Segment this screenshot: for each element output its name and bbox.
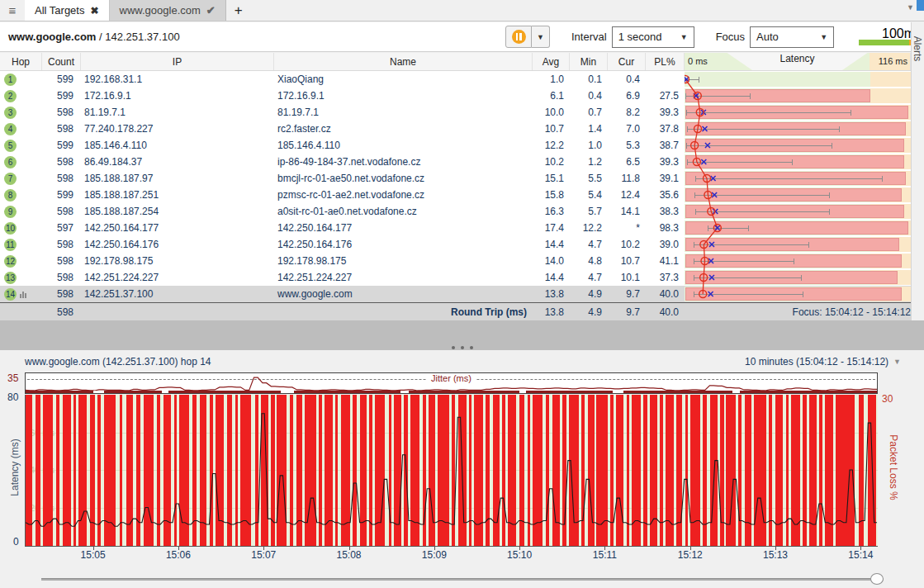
hop-row-13[interactable]: 13598142.251.224.227142.251.224.22714.44… [0, 269, 911, 286]
count-cell: 598 [42, 236, 81, 253]
interval-select[interactable]: 1 second ▼ [612, 26, 694, 48]
hop-row-5[interactable]: 5599185.146.4.110185.146.4.11012.21.05.3… [0, 137, 911, 154]
chevron-down-icon[interactable]: ▼ [907, 3, 914, 12]
hop-table: Hop Count IP Name Avg Min Cur PL% 0 ms L… [0, 53, 911, 320]
hop-row-7[interactable]: 7598185.188.187.97bmcjl-rc-01-ae50.net.v… [0, 170, 911, 187]
col-header-pl[interactable]: PL% [646, 53, 685, 70]
col-header-count[interactable]: Count [42, 53, 81, 70]
new-tab-button[interactable]: + [226, 0, 251, 21]
tab-bar: ≡ All Targets ✖ www.google.com ✔ + ▼ [0, 0, 924, 21]
min-max-whisker [685, 96, 751, 97]
pause-button[interactable] [505, 26, 532, 48]
pl-cell: 98.3 [646, 220, 685, 236]
hop-cell: 1 [0, 71, 42, 88]
avg-cell: 12.2 [533, 137, 570, 154]
col-header-name[interactable]: Name [274, 53, 533, 70]
slider-thumb[interactable] [870, 573, 884, 585]
close-icon[interactable]: ✖ [90, 5, 98, 17]
hop-row-9[interactable]: 9598185.188.187.254a0sit-rc-01-ae0.net.v… [0, 203, 911, 220]
jitter-bar-gap [519, 391, 526, 393]
jitter-graph[interactable]: Jitter (ms) [25, 372, 878, 394]
pl-cell: 27.5 [646, 88, 685, 104]
hop-row-14[interactable]: 14598142.251.37.100www.google.com13.84.9… [0, 286, 911, 302]
latency-cell [685, 170, 911, 187]
hamburger-icon[interactable]: ≡ [0, 0, 25, 21]
ip-cell: 185.188.187.251 [81, 187, 274, 203]
time-tick-label: 15:05 [81, 549, 106, 561]
min-max-whisker [686, 145, 832, 146]
hop-row-1[interactable]: 1599192.168.31.1XiaoQiang1.00.10.4 [0, 71, 911, 88]
hop-table-header: Hop Count IP Name Avg Min Cur PL% 0 ms L… [0, 53, 911, 71]
time-tick-label: 15:13 [763, 549, 788, 561]
cur-cell: 11.8 [608, 170, 646, 187]
hop-row-12[interactable]: 12598192.178.98.175192.178.98.17514.04.8… [0, 253, 911, 269]
pl-cell: 40.0 [646, 286, 685, 302]
pl-cell: 39.3 [646, 154, 685, 170]
hop-row-8[interactable]: 8599185.188.187.251pzmsc-rc-01-ae2.net.v… [0, 187, 911, 203]
cur-cell: 8.2 [608, 104, 646, 121]
count-cell: 598 [42, 253, 81, 269]
jitter-bar-gap [93, 391, 103, 393]
min-max-whisker [695, 178, 884, 179]
hop-number-badge: 13 [4, 272, 17, 284]
pingplotter-window: ≡ All Targets ✖ www.google.com ✔ + ▼ www… [0, 0, 924, 588]
cur-cell: 10.7 [608, 253, 646, 269]
hop-number-badge: 4 [4, 123, 17, 135]
latency-cell [685, 203, 911, 220]
ip-cell: 185.188.187.254 [81, 203, 274, 220]
pl-cell: 37.3 [646, 269, 685, 286]
min-max-whisker [694, 261, 794, 262]
col-header-ip[interactable]: IP [81, 53, 274, 70]
time-tick-label: 15:09 [422, 549, 447, 561]
hop-row-3[interactable]: 359881.19.7.181.19.7.110.00.78.239.3 [0, 104, 911, 121]
latency-timeline-plot[interactable]: 60 ms40 ms20 ms [25, 395, 878, 547]
tab-target[interactable]: www.google.com ✔ [110, 0, 226, 21]
timeline-range-label: 10 minutes (15:04:12 - 15:14:12) [745, 356, 888, 368]
ip-cell: 142.250.164.177 [81, 220, 274, 236]
hop-row-4[interactable]: 459877.240.178.227rc2.faster.cz10.71.47.… [0, 121, 911, 137]
latency-cell [685, 286, 911, 302]
slider-track[interactable] [41, 578, 884, 581]
hop-number-badge: 10 [4, 222, 17, 235]
alerts-tab[interactable]: Alerts [911, 29, 923, 69]
name-cell: rc2.faster.cz [274, 121, 533, 137]
col-header-cur[interactable]: Cur [608, 53, 646, 70]
timeline-range-select[interactable]: 10 minutes (15:04:12 - 15:14:12) ▼ [745, 356, 901, 368]
name-cell: bmcjl-rc-01-ae50.net.vodafone.cz [274, 170, 533, 187]
cur-cell: 12.4 [608, 187, 646, 203]
alerts-tab-label: Alerts [912, 36, 923, 62]
panel-splitter[interactable] [0, 320, 924, 350]
jitter-bar-gap [613, 391, 623, 393]
min-max-whisker [694, 244, 809, 245]
col-header-latency[interactable]: 0 ms Latency 116 ms [685, 53, 911, 70]
pl-cell [646, 71, 685, 88]
hop-number-badge: 11 [4, 239, 17, 251]
tab-all-targets[interactable]: All Targets ✖ [25, 0, 110, 21]
count-cell: 598 [42, 121, 81, 137]
hop-cell: 8 [0, 187, 42, 203]
col-header-min[interactable]: Min [570, 53, 608, 70]
target-separator: / [96, 31, 105, 43]
col-header-hop[interactable]: Hop [0, 53, 42, 70]
hop-row-6[interactable]: 659886.49.184.37ip-86-49-184-37.net.voda… [0, 154, 911, 170]
hop-number-badge: 14 [4, 288, 17, 301]
splitter-handle-icon[interactable] [452, 346, 473, 349]
hop-cell: 11 [0, 236, 42, 253]
latency-cell [685, 71, 911, 88]
jitter-bar-gap [400, 391, 409, 393]
min-max-whisker [694, 294, 803, 295]
focus-select[interactable]: Auto ▼ [750, 26, 834, 48]
hop-cell: 4 [0, 121, 42, 137]
hop-cell: 9 [0, 203, 42, 220]
name-cell: 81.19.7.1 [274, 104, 533, 121]
min-cell: 4.7 [570, 269, 608, 286]
summary-cur: 9.7 [608, 303, 646, 320]
name-cell: www.google.com [274, 286, 533, 302]
hop-cell: 2 [0, 88, 42, 104]
hop-row-11[interactable]: 11598142.250.164.176142.250.164.17614.44… [0, 236, 911, 253]
hop-row-2[interactable]: 2599172.16.9.1172.16.9.16.10.46.927.5 [0, 88, 911, 104]
time-tick-label: 15:06 [166, 549, 191, 561]
pause-dropdown-button[interactable]: ▼ [532, 26, 550, 48]
col-header-avg[interactable]: Avg [533, 53, 570, 70]
hop-row-10[interactable]: 10597142.250.164.177142.250.164.17717.41… [0, 220, 911, 236]
